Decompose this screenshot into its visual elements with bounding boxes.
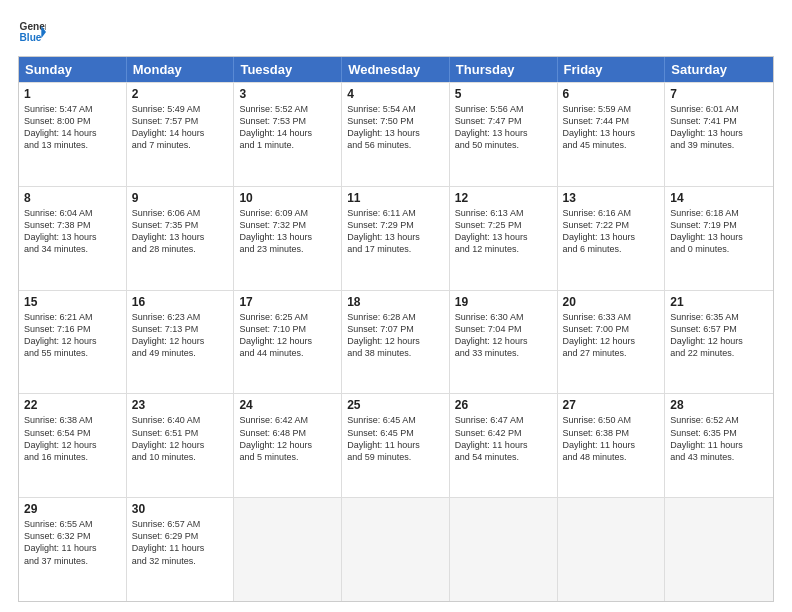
logo: General Blue <box>18 18 46 46</box>
day-number: 11 <box>347 191 444 205</box>
calendar-row-5: 29Sunrise: 6:55 AMSunset: 6:32 PMDayligh… <box>19 497 773 601</box>
calendar-cell: 6Sunrise: 5:59 AMSunset: 7:44 PMDaylight… <box>558 83 666 186</box>
calendar-cell: 7Sunrise: 6:01 AMSunset: 7:41 PMDaylight… <box>665 83 773 186</box>
day-number: 27 <box>563 398 660 412</box>
day-number: 25 <box>347 398 444 412</box>
day-number: 20 <box>563 295 660 309</box>
cell-details: Sunrise: 6:09 AMSunset: 7:32 PMDaylight:… <box>239 207 336 256</box>
calendar-cell: 21Sunrise: 6:35 AMSunset: 6:57 PMDayligh… <box>665 291 773 394</box>
cell-details: Sunrise: 6:25 AMSunset: 7:10 PMDaylight:… <box>239 311 336 360</box>
header-day-friday: Friday <box>558 57 666 82</box>
header-day-wednesday: Wednesday <box>342 57 450 82</box>
calendar-cell: 4Sunrise: 5:54 AMSunset: 7:50 PMDaylight… <box>342 83 450 186</box>
calendar-cell <box>665 498 773 601</box>
calendar-cell: 22Sunrise: 6:38 AMSunset: 6:54 PMDayligh… <box>19 394 127 497</box>
calendar-row-2: 8Sunrise: 6:04 AMSunset: 7:38 PMDaylight… <box>19 186 773 290</box>
day-number: 10 <box>239 191 336 205</box>
day-number: 2 <box>132 87 229 101</box>
day-number: 1 <box>24 87 121 101</box>
day-number: 22 <box>24 398 121 412</box>
header-day-saturday: Saturday <box>665 57 773 82</box>
cell-details: Sunrise: 6:55 AMSunset: 6:32 PMDaylight:… <box>24 518 121 567</box>
day-number: 26 <box>455 398 552 412</box>
calendar-cell: 16Sunrise: 6:23 AMSunset: 7:13 PMDayligh… <box>127 291 235 394</box>
header-day-tuesday: Tuesday <box>234 57 342 82</box>
cell-details: Sunrise: 5:59 AMSunset: 7:44 PMDaylight:… <box>563 103 660 152</box>
cell-details: Sunrise: 6:21 AMSunset: 7:16 PMDaylight:… <box>24 311 121 360</box>
cell-details: Sunrise: 6:11 AMSunset: 7:29 PMDaylight:… <box>347 207 444 256</box>
day-number: 16 <box>132 295 229 309</box>
cell-details: Sunrise: 6:40 AMSunset: 6:51 PMDaylight:… <box>132 414 229 463</box>
calendar-cell <box>234 498 342 601</box>
day-number: 9 <box>132 191 229 205</box>
cell-details: Sunrise: 6:01 AMSunset: 7:41 PMDaylight:… <box>670 103 768 152</box>
day-number: 7 <box>670 87 768 101</box>
cell-details: Sunrise: 6:52 AMSunset: 6:35 PMDaylight:… <box>670 414 768 463</box>
day-number: 8 <box>24 191 121 205</box>
calendar-cell: 14Sunrise: 6:18 AMSunset: 7:19 PMDayligh… <box>665 187 773 290</box>
calendar-cell <box>450 498 558 601</box>
day-number: 15 <box>24 295 121 309</box>
cell-details: Sunrise: 6:57 AMSunset: 6:29 PMDaylight:… <box>132 518 229 567</box>
cell-details: Sunrise: 6:47 AMSunset: 6:42 PMDaylight:… <box>455 414 552 463</box>
calendar-cell: 28Sunrise: 6:52 AMSunset: 6:35 PMDayligh… <box>665 394 773 497</box>
calendar: SundayMondayTuesdayWednesdayThursdayFrid… <box>18 56 774 602</box>
day-number: 28 <box>670 398 768 412</box>
calendar-cell: 5Sunrise: 5:56 AMSunset: 7:47 PMDaylight… <box>450 83 558 186</box>
cell-details: Sunrise: 6:30 AMSunset: 7:04 PMDaylight:… <box>455 311 552 360</box>
day-number: 12 <box>455 191 552 205</box>
page: General Blue SundayMondayTuesdayWednesda… <box>0 0 792 612</box>
calendar-cell: 10Sunrise: 6:09 AMSunset: 7:32 PMDayligh… <box>234 187 342 290</box>
logo-icon: General Blue <box>18 18 46 46</box>
cell-details: Sunrise: 6:50 AMSunset: 6:38 PMDaylight:… <box>563 414 660 463</box>
day-number: 3 <box>239 87 336 101</box>
day-number: 23 <box>132 398 229 412</box>
header: General Blue <box>18 18 774 46</box>
calendar-cell: 29Sunrise: 6:55 AMSunset: 6:32 PMDayligh… <box>19 498 127 601</box>
calendar-cell: 27Sunrise: 6:50 AMSunset: 6:38 PMDayligh… <box>558 394 666 497</box>
cell-details: Sunrise: 6:42 AMSunset: 6:48 PMDaylight:… <box>239 414 336 463</box>
calendar-cell: 26Sunrise: 6:47 AMSunset: 6:42 PMDayligh… <box>450 394 558 497</box>
calendar-row-3: 15Sunrise: 6:21 AMSunset: 7:16 PMDayligh… <box>19 290 773 394</box>
calendar-cell: 13Sunrise: 6:16 AMSunset: 7:22 PMDayligh… <box>558 187 666 290</box>
cell-details: Sunrise: 6:28 AMSunset: 7:07 PMDaylight:… <box>347 311 444 360</box>
day-number: 21 <box>670 295 768 309</box>
cell-details: Sunrise: 6:38 AMSunset: 6:54 PMDaylight:… <box>24 414 121 463</box>
day-number: 14 <box>670 191 768 205</box>
calendar-cell: 11Sunrise: 6:11 AMSunset: 7:29 PMDayligh… <box>342 187 450 290</box>
day-number: 30 <box>132 502 229 516</box>
calendar-cell <box>558 498 666 601</box>
cell-details: Sunrise: 6:04 AMSunset: 7:38 PMDaylight:… <box>24 207 121 256</box>
day-number: 6 <box>563 87 660 101</box>
calendar-cell: 18Sunrise: 6:28 AMSunset: 7:07 PMDayligh… <box>342 291 450 394</box>
cell-details: Sunrise: 6:16 AMSunset: 7:22 PMDaylight:… <box>563 207 660 256</box>
calendar-cell: 20Sunrise: 6:33 AMSunset: 7:00 PMDayligh… <box>558 291 666 394</box>
calendar-row-4: 22Sunrise: 6:38 AMSunset: 6:54 PMDayligh… <box>19 393 773 497</box>
calendar-row-1: 1Sunrise: 5:47 AMSunset: 8:00 PMDaylight… <box>19 82 773 186</box>
calendar-cell: 23Sunrise: 6:40 AMSunset: 6:51 PMDayligh… <box>127 394 235 497</box>
cell-details: Sunrise: 6:06 AMSunset: 7:35 PMDaylight:… <box>132 207 229 256</box>
calendar-cell: 30Sunrise: 6:57 AMSunset: 6:29 PMDayligh… <box>127 498 235 601</box>
calendar-cell: 17Sunrise: 6:25 AMSunset: 7:10 PMDayligh… <box>234 291 342 394</box>
cell-details: Sunrise: 5:47 AMSunset: 8:00 PMDaylight:… <box>24 103 121 152</box>
calendar-cell: 19Sunrise: 6:30 AMSunset: 7:04 PMDayligh… <box>450 291 558 394</box>
day-number: 29 <box>24 502 121 516</box>
cell-details: Sunrise: 6:18 AMSunset: 7:19 PMDaylight:… <box>670 207 768 256</box>
svg-text:Blue: Blue <box>20 32 42 43</box>
day-number: 5 <box>455 87 552 101</box>
calendar-body: 1Sunrise: 5:47 AMSunset: 8:00 PMDaylight… <box>19 82 773 601</box>
calendar-header: SundayMondayTuesdayWednesdayThursdayFrid… <box>19 57 773 82</box>
calendar-cell: 12Sunrise: 6:13 AMSunset: 7:25 PMDayligh… <box>450 187 558 290</box>
calendar-cell: 9Sunrise: 6:06 AMSunset: 7:35 PMDaylight… <box>127 187 235 290</box>
calendar-cell: 15Sunrise: 6:21 AMSunset: 7:16 PMDayligh… <box>19 291 127 394</box>
calendar-cell <box>342 498 450 601</box>
cell-details: Sunrise: 6:23 AMSunset: 7:13 PMDaylight:… <box>132 311 229 360</box>
header-day-monday: Monday <box>127 57 235 82</box>
cell-details: Sunrise: 5:54 AMSunset: 7:50 PMDaylight:… <box>347 103 444 152</box>
calendar-cell: 2Sunrise: 5:49 AMSunset: 7:57 PMDaylight… <box>127 83 235 186</box>
header-day-thursday: Thursday <box>450 57 558 82</box>
calendar-cell: 8Sunrise: 6:04 AMSunset: 7:38 PMDaylight… <box>19 187 127 290</box>
cell-details: Sunrise: 6:35 AMSunset: 6:57 PMDaylight:… <box>670 311 768 360</box>
day-number: 24 <box>239 398 336 412</box>
header-day-sunday: Sunday <box>19 57 127 82</box>
